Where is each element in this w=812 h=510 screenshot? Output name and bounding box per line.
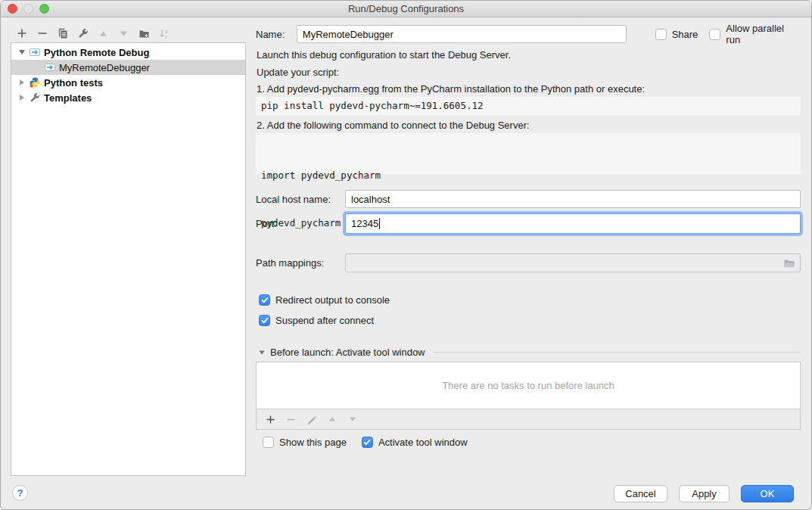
window-controls xyxy=(8,4,49,14)
tree-item-myremotedebugger[interactable]: MyRemoteDebugger xyxy=(11,60,245,75)
help-question-icon: ? xyxy=(17,487,23,499)
show-this-page-row[interactable]: Show this page xyxy=(263,437,347,448)
minus-icon xyxy=(37,28,48,39)
sort-configurations-button[interactable]: a z xyxy=(154,25,175,42)
step2-text: 2. Add the following command to connect … xyxy=(257,120,530,131)
copy-icon xyxy=(57,28,68,39)
share-checkbox[interactable] xyxy=(655,29,667,40)
move-task-down-button[interactable] xyxy=(342,411,362,428)
port-input[interactable]: 12345 xyxy=(345,213,801,234)
help-button[interactable]: ? xyxy=(12,485,28,501)
text-caret xyxy=(379,218,380,229)
allow-parallel-checkbox-row[interactable]: Allow parallel run xyxy=(709,23,801,45)
pencil-icon xyxy=(306,414,317,424)
collapse-triangle-icon[interactable] xyxy=(260,350,265,354)
step1-text: 1. Add pydevd-pycharm.egg from the PyCha… xyxy=(257,83,645,95)
tree-item-python-tests[interactable]: Python tests xyxy=(11,75,245,90)
plus-icon xyxy=(17,28,27,39)
settrace-code-line1: import pydevd_pycharm xyxy=(261,167,795,183)
expander-down-icon[interactable] xyxy=(16,50,28,54)
port-value: 12345 xyxy=(351,218,378,229)
window-title: Run/Debug Configurations xyxy=(348,3,464,14)
activate-tool-window-label: Activate tool window xyxy=(378,437,468,448)
add-configuration-button[interactable] xyxy=(11,25,32,42)
tree-item-python-remote-debug[interactable]: Python Remote Debug xyxy=(11,45,245,60)
tree-item-templates[interactable]: Templates xyxy=(11,90,245,105)
redirect-output-checkbox[interactable] xyxy=(259,294,270,306)
activate-tool-window-checkbox[interactable] xyxy=(362,437,373,448)
local-host-input[interactable] xyxy=(345,190,801,208)
name-input[interactable] xyxy=(297,25,627,43)
remote-debug-icon xyxy=(28,46,41,58)
move-up-button[interactable] xyxy=(93,25,114,42)
wrench-icon xyxy=(28,92,41,104)
redirect-output-label: Redirect output to console xyxy=(275,294,390,306)
move-down-button[interactable] xyxy=(114,25,134,42)
apply-button[interactable]: Apply xyxy=(679,485,730,502)
port-row: Port: 12345 xyxy=(256,213,801,234)
plus-icon xyxy=(266,415,275,424)
arrow-down-icon xyxy=(348,415,357,424)
activate-tool-window-row[interactable]: Activate tool window xyxy=(362,437,468,448)
remove-configuration-button[interactable] xyxy=(32,25,52,42)
separator-line xyxy=(434,352,801,353)
port-label: Port: xyxy=(256,218,345,229)
intro-text: Launch this debug configuration to start… xyxy=(257,49,511,61)
check-icon xyxy=(363,439,371,446)
show-this-page-checkbox[interactable] xyxy=(263,437,274,448)
python-tests-icon xyxy=(28,76,41,89)
tree-item-label: MyRemoteDebugger xyxy=(59,62,150,73)
close-window-button[interactable] xyxy=(8,4,17,14)
name-label: Name: xyxy=(256,29,291,40)
before-launch-title: Before launch: Activate tool window xyxy=(270,347,425,358)
path-mappings-input[interactable] xyxy=(345,253,801,272)
empty-tasks-text: There are no tasks to run before launch xyxy=(442,380,614,391)
local-host-label: Local host name: xyxy=(256,194,345,205)
wrench-icon xyxy=(77,28,89,39)
page-options-row: Show this page Activate tool window xyxy=(263,437,468,448)
tree-item-label: Python tests xyxy=(44,77,103,89)
arrow-up-icon xyxy=(98,29,108,39)
add-task-button[interactable] xyxy=(260,411,281,428)
expander-right-icon[interactable] xyxy=(16,79,28,86)
suspend-after-connect-row[interactable]: Suspend after connect xyxy=(259,315,374,326)
run-debug-configurations-dialog: Run/Debug Configurations xyxy=(0,0,812,510)
suspend-after-connect-label: Suspend after connect xyxy=(275,315,374,326)
edit-defaults-button[interactable] xyxy=(73,25,93,42)
minus-icon xyxy=(286,415,296,424)
check-icon xyxy=(261,317,269,324)
create-folder-button[interactable] xyxy=(134,25,154,42)
tree-item-label: Python Remote Debug xyxy=(44,47,149,58)
move-task-up-button[interactable] xyxy=(322,411,342,428)
check-icon xyxy=(261,297,269,303)
svg-text:a: a xyxy=(165,28,168,33)
expander-right-icon[interactable] xyxy=(16,95,28,101)
allow-parallel-checkbox[interactable] xyxy=(709,29,720,40)
suspend-after-connect-checkbox[interactable] xyxy=(259,315,270,326)
path-mappings-row: Path mappings: xyxy=(256,253,801,272)
minimize-window-button[interactable] xyxy=(23,4,33,14)
redirect-output-row[interactable]: Redirect output to console xyxy=(259,294,390,306)
share-checkbox-row[interactable]: Share xyxy=(655,29,698,40)
configurations-toolbar: a z xyxy=(11,24,175,42)
arrow-up-icon xyxy=(328,415,337,424)
zoom-window-button[interactable] xyxy=(39,4,49,14)
ok-button[interactable]: OK xyxy=(741,485,794,502)
sort-az-icon: a z xyxy=(159,28,170,39)
folder-browse-icon[interactable] xyxy=(783,258,795,269)
remote-debug-icon xyxy=(43,61,56,73)
copy-configuration-button[interactable] xyxy=(52,25,73,42)
pip-install-code: pip install pydevd-pycharm~=191.6605.12 xyxy=(256,97,801,115)
before-launch-toolbar xyxy=(256,409,801,430)
configurations-tree: Python Remote Debug MyRemoteDebugger Pyt… xyxy=(11,42,246,476)
arrow-down-icon xyxy=(119,29,129,39)
edit-task-button[interactable] xyxy=(301,411,322,428)
settrace-code: import pydevd_pycharm pydevd_pycharm.set… xyxy=(256,133,801,174)
tree-item-label: Templates xyxy=(44,92,92,104)
allow-parallel-label: Allow parallel run xyxy=(726,23,801,45)
remove-task-button[interactable] xyxy=(281,411,301,428)
before-launch-task-list[interactable]: There are no tasks to run before launch xyxy=(256,362,801,409)
before-launch-header[interactable]: Before launch: Activate tool window xyxy=(259,347,801,358)
cancel-button[interactable]: Cancel xyxy=(614,485,667,502)
local-host-row: Local host name: xyxy=(256,190,801,208)
